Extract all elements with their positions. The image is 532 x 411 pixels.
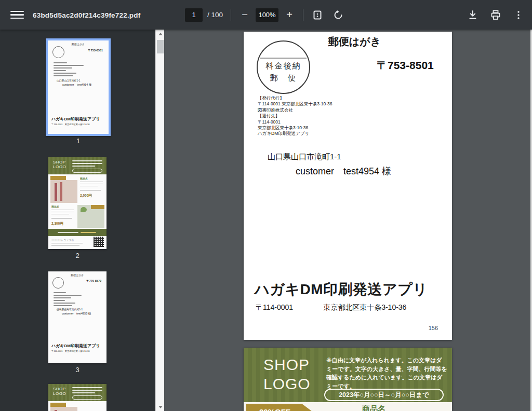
scroll-up-icon[interactable] (156, 30, 165, 38)
mini-text-line (72, 392, 95, 393)
mini-text-line (80, 184, 103, 184)
mini-bottle (55, 183, 57, 201)
mini-postcard-title: 郵便はがき (48, 273, 107, 277)
flyer-date-pill: 2023年○月○○日～○月○○日まで (324, 389, 444, 401)
mini-discount-tag (91, 205, 104, 209)
mini-text-line (54, 303, 75, 304)
rotate-ccw-icon[interactable] (332, 9, 344, 21)
mini-footer-line: 〒114-0001 東京都北区東十条3-10-36 (51, 123, 90, 126)
mini-footer-title: ハガキDM印刷発送アプリ (51, 343, 100, 349)
sender-line: 東京都北区東十条3-10-36 (258, 125, 332, 131)
footer-address-line: 〒114-0001 東京都北区東十条3-10-36 (256, 303, 406, 312)
mini-text-line (72, 166, 95, 167)
mini-text-line (54, 295, 82, 296)
thumbnail-label-1[interactable]: 1 (46, 137, 111, 145)
shop-logo: SHOP LOGO (263, 355, 311, 393)
pdf-viewer-app: 63bd5d5ac2d0f214c39fe722.pdf / 100 − 100… (0, 0, 532, 411)
flyer-body-strip: 20%OFF 商品名 (244, 402, 452, 411)
mini-flyer-header: SHOP LOGO (48, 384, 107, 401)
mini-text-line (54, 70, 66, 71)
mini-shop-logo: SHOP LOGO (53, 160, 66, 169)
toolbar: 63bd5d5ac2d0f214c39fe722.pdf / 100 − 100… (0, 0, 532, 30)
discount-badge: 20%OFF (246, 404, 312, 411)
mini-text-line (54, 305, 72, 306)
product-name-label: 商品名 (362, 404, 385, 411)
thumbnail-page-3[interactable]: 郵便はがき 〒770-8570 徳島県徳島市万代町1-1 customer te… (48, 271, 107, 363)
flyer-header: SHOP LOGO ※自由に文章が入れられます。この文章はダミーです。文字の大き… (244, 348, 452, 402)
mini-postcard-title: 郵便はがき (48, 43, 109, 46)
content-area: 郵便はがき 〒753-8501 山口県山口市滝町1-1 customer tes… (0, 30, 532, 411)
stamp-divider (260, 58, 307, 59)
pdf-page-2: SHOP LOGO ※自由に文章が入れられます。この文章はダミーです。文字の大き… (244, 348, 452, 411)
sidebar-scrollbar[interactable] (155, 30, 164, 411)
mini-bottle (60, 182, 62, 201)
mini-product-label: 商品名 (80, 177, 88, 180)
toolbar-separator (231, 9, 231, 21)
mini-text-line (51, 212, 74, 212)
mini-text-line (54, 62, 67, 63)
print-icon[interactable] (489, 9, 502, 21)
page-total-label: / 100 (207, 11, 223, 19)
mini-text-line (54, 75, 73, 76)
mini-recipient-address: 徳島県徳島市万代町1-1 (57, 308, 83, 311)
thumbnail-label-3[interactable]: 3 (48, 366, 107, 374)
app-footer-title: ハガキDM印刷発送アプリ (255, 280, 428, 299)
fit-page-icon[interactable] (311, 9, 324, 21)
mini-text-line (51, 210, 74, 210)
mini-text-line (72, 390, 102, 391)
mini-qr-code (94, 237, 104, 247)
pdf-page-viewport: 郵便はがき 料金後納 郵 便 〒753-8501 【発行代行】 〒114-000… (164, 30, 530, 411)
zoom-level[interactable]: 100% (256, 8, 278, 22)
thumbnail-page-1[interactable]: 郵便はがき 〒753-8501 山口県山口市滝町1-1 customer tes… (46, 38, 111, 136)
sheet-number: 156 (429, 325, 438, 331)
zoom-in-icon[interactable]: + (284, 9, 295, 21)
menu-icon[interactable] (10, 8, 24, 22)
sender-line: 〒114-0001 (258, 119, 332, 125)
mini-discount-tag (50, 403, 66, 407)
mini-shop-name: ○○○○○○ショップ名 (51, 238, 74, 241)
recipient-postal-code: 〒753-8501 (377, 58, 434, 73)
document-title: 63bd5d5ac2d0f214c39fe722.pdf (33, 11, 140, 19)
thumbnail-label-2[interactable]: 2 (48, 252, 107, 259)
scrollbar-thumb[interactable] (157, 40, 164, 53)
mini-postal: 〒770-8570 (86, 279, 101, 283)
mini-text-line (51, 243, 83, 243)
mini-recipient-name: customer test4955 様 (62, 312, 91, 316)
mini-text-line (51, 218, 72, 218)
mini-recipient-address: 山口県山口市滝町1-1 (57, 79, 80, 82)
toolbar-actions (467, 9, 525, 21)
thumbnail-page-2[interactable]: SHOP LOGO 商品名 2,000円 商品名 (48, 157, 107, 249)
mini-postal: 〒753-8501 (88, 49, 103, 52)
mini-stamp-icon (52, 277, 64, 289)
mini-stamp-icon (52, 46, 64, 58)
mini-footer-title: ハガキDM印刷発送アプリ (51, 116, 100, 122)
recipient-address: 山口県山口市滝町1-1 (268, 152, 341, 162)
more-icon[interactable] (512, 9, 525, 21)
thumbnail-page-4[interactable]: SHOP LOGO (48, 384, 107, 411)
mini-text-line (54, 67, 72, 68)
footer-address: 東京都北区東十条3-10-36 (323, 303, 406, 312)
stamp-text-2: 郵 便 (258, 73, 309, 83)
mini-coupon-band (48, 229, 107, 236)
scroll-down-icon[interactable] (156, 403, 165, 411)
mini-discount-tag (50, 176, 66, 180)
mini-text-line (80, 182, 103, 182)
recipient-name: customer test4954 様 (296, 165, 391, 177)
mini-text-line (72, 387, 102, 388)
mini-flyer-header: SHOP LOGO (48, 157, 107, 174)
stamp-text-1: 料金後納 (258, 61, 309, 71)
mini-text-line (54, 300, 65, 301)
flyer-dummy-text: ※自由に文章が入れられます。この文章はダミーです。文字の大きさ、量、字間、行間等… (326, 356, 447, 390)
mini-shop-logo: SHOP LOGO (53, 387, 66, 396)
sender-line: 図書印刷株式会社 (258, 107, 332, 113)
footer-postal: 〒114-0001 (256, 303, 293, 312)
download-icon[interactable] (467, 9, 479, 21)
mini-text-line (54, 297, 71, 298)
mini-price: 2,000円 (80, 194, 92, 198)
zoom-out-icon[interactable]: − (239, 9, 250, 21)
mini-price: 2,300円 (51, 222, 63, 226)
sender-line: 【還付先】 (258, 113, 332, 119)
page-number-input[interactable] (185, 8, 203, 22)
mini-text-line (51, 245, 79, 245)
sender-line: ハガキDM印刷発送アプリ (258, 131, 332, 136)
